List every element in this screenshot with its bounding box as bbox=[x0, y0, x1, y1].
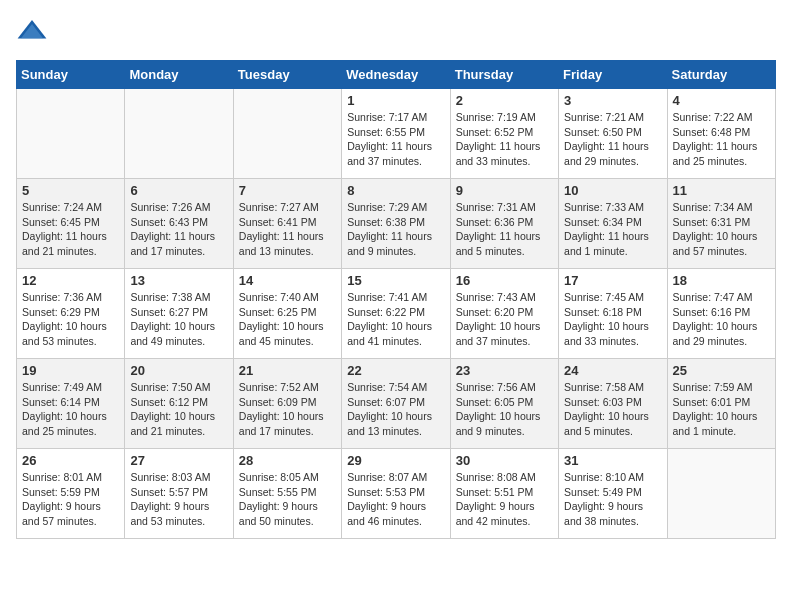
day-info: Sunrise: 7:36 AM Sunset: 6:29 PM Dayligh… bbox=[22, 290, 119, 349]
day-number: 26 bbox=[22, 453, 119, 468]
day-info: Sunrise: 7:45 AM Sunset: 6:18 PM Dayligh… bbox=[564, 290, 661, 349]
calendar-cell: 20Sunrise: 7:50 AM Sunset: 6:12 PM Dayli… bbox=[125, 359, 233, 449]
day-info: Sunrise: 7:50 AM Sunset: 6:12 PM Dayligh… bbox=[130, 380, 227, 439]
calendar-cell: 15Sunrise: 7:41 AM Sunset: 6:22 PM Dayli… bbox=[342, 269, 450, 359]
day-info: Sunrise: 7:24 AM Sunset: 6:45 PM Dayligh… bbox=[22, 200, 119, 259]
day-number: 6 bbox=[130, 183, 227, 198]
day-number: 10 bbox=[564, 183, 661, 198]
day-number: 21 bbox=[239, 363, 336, 378]
day-info: Sunrise: 8:03 AM Sunset: 5:57 PM Dayligh… bbox=[130, 470, 227, 529]
day-info: Sunrise: 7:38 AM Sunset: 6:27 PM Dayligh… bbox=[130, 290, 227, 349]
day-info: Sunrise: 7:40 AM Sunset: 6:25 PM Dayligh… bbox=[239, 290, 336, 349]
calendar-cell: 14Sunrise: 7:40 AM Sunset: 6:25 PM Dayli… bbox=[233, 269, 341, 359]
day-info: Sunrise: 7:22 AM Sunset: 6:48 PM Dayligh… bbox=[673, 110, 770, 169]
week-row-4: 19Sunrise: 7:49 AM Sunset: 6:14 PM Dayli… bbox=[17, 359, 776, 449]
calendar-cell: 29Sunrise: 8:07 AM Sunset: 5:53 PM Dayli… bbox=[342, 449, 450, 539]
calendar-cell: 4Sunrise: 7:22 AM Sunset: 6:48 PM Daylig… bbox=[667, 89, 775, 179]
day-number: 8 bbox=[347, 183, 444, 198]
day-number: 13 bbox=[130, 273, 227, 288]
weekday-header-saturday: Saturday bbox=[667, 61, 775, 89]
day-info: Sunrise: 7:27 AM Sunset: 6:41 PM Dayligh… bbox=[239, 200, 336, 259]
calendar-cell: 18Sunrise: 7:47 AM Sunset: 6:16 PM Dayli… bbox=[667, 269, 775, 359]
day-number: 27 bbox=[130, 453, 227, 468]
calendar-cell: 25Sunrise: 7:59 AM Sunset: 6:01 PM Dayli… bbox=[667, 359, 775, 449]
calendar-cell: 11Sunrise: 7:34 AM Sunset: 6:31 PM Dayli… bbox=[667, 179, 775, 269]
day-number: 7 bbox=[239, 183, 336, 198]
day-info: Sunrise: 7:49 AM Sunset: 6:14 PM Dayligh… bbox=[22, 380, 119, 439]
day-number: 25 bbox=[673, 363, 770, 378]
day-number: 15 bbox=[347, 273, 444, 288]
calendar-cell: 27Sunrise: 8:03 AM Sunset: 5:57 PM Dayli… bbox=[125, 449, 233, 539]
week-row-3: 12Sunrise: 7:36 AM Sunset: 6:29 PM Dayli… bbox=[17, 269, 776, 359]
calendar-cell: 26Sunrise: 8:01 AM Sunset: 5:59 PM Dayli… bbox=[17, 449, 125, 539]
day-number: 22 bbox=[347, 363, 444, 378]
weekday-header-thursday: Thursday bbox=[450, 61, 558, 89]
weekday-header-sunday: Sunday bbox=[17, 61, 125, 89]
day-info: Sunrise: 8:10 AM Sunset: 5:49 PM Dayligh… bbox=[564, 470, 661, 529]
calendar-cell: 28Sunrise: 8:05 AM Sunset: 5:55 PM Dayli… bbox=[233, 449, 341, 539]
calendar-header: SundayMondayTuesdayWednesdayThursdayFrid… bbox=[17, 61, 776, 89]
calendar-cell: 21Sunrise: 7:52 AM Sunset: 6:09 PM Dayli… bbox=[233, 359, 341, 449]
day-number: 29 bbox=[347, 453, 444, 468]
calendar-body: 1Sunrise: 7:17 AM Sunset: 6:55 PM Daylig… bbox=[17, 89, 776, 539]
day-number: 4 bbox=[673, 93, 770, 108]
calendar-cell: 19Sunrise: 7:49 AM Sunset: 6:14 PM Dayli… bbox=[17, 359, 125, 449]
day-number: 5 bbox=[22, 183, 119, 198]
day-info: Sunrise: 7:33 AM Sunset: 6:34 PM Dayligh… bbox=[564, 200, 661, 259]
logo bbox=[16, 16, 52, 48]
day-number: 9 bbox=[456, 183, 553, 198]
calendar-cell: 16Sunrise: 7:43 AM Sunset: 6:20 PM Dayli… bbox=[450, 269, 558, 359]
calendar-cell: 5Sunrise: 7:24 AM Sunset: 6:45 PM Daylig… bbox=[17, 179, 125, 269]
day-number: 2 bbox=[456, 93, 553, 108]
day-info: Sunrise: 7:34 AM Sunset: 6:31 PM Dayligh… bbox=[673, 200, 770, 259]
day-number: 19 bbox=[22, 363, 119, 378]
calendar-cell: 10Sunrise: 7:33 AM Sunset: 6:34 PM Dayli… bbox=[559, 179, 667, 269]
week-row-1: 1Sunrise: 7:17 AM Sunset: 6:55 PM Daylig… bbox=[17, 89, 776, 179]
weekday-header-tuesday: Tuesday bbox=[233, 61, 341, 89]
day-info: Sunrise: 7:21 AM Sunset: 6:50 PM Dayligh… bbox=[564, 110, 661, 169]
calendar-cell: 1Sunrise: 7:17 AM Sunset: 6:55 PM Daylig… bbox=[342, 89, 450, 179]
day-info: Sunrise: 7:29 AM Sunset: 6:38 PM Dayligh… bbox=[347, 200, 444, 259]
day-info: Sunrise: 7:19 AM Sunset: 6:52 PM Dayligh… bbox=[456, 110, 553, 169]
calendar-cell: 7Sunrise: 7:27 AM Sunset: 6:41 PM Daylig… bbox=[233, 179, 341, 269]
weekday-header-friday: Friday bbox=[559, 61, 667, 89]
calendar-cell: 2Sunrise: 7:19 AM Sunset: 6:52 PM Daylig… bbox=[450, 89, 558, 179]
day-info: Sunrise: 7:41 AM Sunset: 6:22 PM Dayligh… bbox=[347, 290, 444, 349]
day-number: 31 bbox=[564, 453, 661, 468]
day-number: 14 bbox=[239, 273, 336, 288]
calendar-cell: 9Sunrise: 7:31 AM Sunset: 6:36 PM Daylig… bbox=[450, 179, 558, 269]
calendar-cell: 8Sunrise: 7:29 AM Sunset: 6:38 PM Daylig… bbox=[342, 179, 450, 269]
day-info: Sunrise: 7:17 AM Sunset: 6:55 PM Dayligh… bbox=[347, 110, 444, 169]
day-number: 16 bbox=[456, 273, 553, 288]
day-info: Sunrise: 7:58 AM Sunset: 6:03 PM Dayligh… bbox=[564, 380, 661, 439]
day-info: Sunrise: 7:52 AM Sunset: 6:09 PM Dayligh… bbox=[239, 380, 336, 439]
calendar-cell: 24Sunrise: 7:58 AM Sunset: 6:03 PM Dayli… bbox=[559, 359, 667, 449]
day-info: Sunrise: 7:47 AM Sunset: 6:16 PM Dayligh… bbox=[673, 290, 770, 349]
day-info: Sunrise: 7:26 AM Sunset: 6:43 PM Dayligh… bbox=[130, 200, 227, 259]
day-number: 23 bbox=[456, 363, 553, 378]
day-info: Sunrise: 8:07 AM Sunset: 5:53 PM Dayligh… bbox=[347, 470, 444, 529]
page-header bbox=[16, 16, 776, 48]
logo-icon bbox=[16, 16, 48, 48]
calendar-cell bbox=[125, 89, 233, 179]
weekday-header-wednesday: Wednesday bbox=[342, 61, 450, 89]
day-number: 11 bbox=[673, 183, 770, 198]
day-info: Sunrise: 7:59 AM Sunset: 6:01 PM Dayligh… bbox=[673, 380, 770, 439]
calendar-cell: 17Sunrise: 7:45 AM Sunset: 6:18 PM Dayli… bbox=[559, 269, 667, 359]
day-number: 20 bbox=[130, 363, 227, 378]
calendar-cell: 12Sunrise: 7:36 AM Sunset: 6:29 PM Dayli… bbox=[17, 269, 125, 359]
calendar-cell bbox=[17, 89, 125, 179]
calendar-cell: 30Sunrise: 8:08 AM Sunset: 5:51 PM Dayli… bbox=[450, 449, 558, 539]
day-info: Sunrise: 7:31 AM Sunset: 6:36 PM Dayligh… bbox=[456, 200, 553, 259]
weekday-header-row: SundayMondayTuesdayWednesdayThursdayFrid… bbox=[17, 61, 776, 89]
calendar-cell: 22Sunrise: 7:54 AM Sunset: 6:07 PM Dayli… bbox=[342, 359, 450, 449]
week-row-5: 26Sunrise: 8:01 AM Sunset: 5:59 PM Dayli… bbox=[17, 449, 776, 539]
day-number: 30 bbox=[456, 453, 553, 468]
day-number: 24 bbox=[564, 363, 661, 378]
day-number: 12 bbox=[22, 273, 119, 288]
weekday-header-monday: Monday bbox=[125, 61, 233, 89]
calendar-cell bbox=[233, 89, 341, 179]
day-number: 18 bbox=[673, 273, 770, 288]
calendar-cell bbox=[667, 449, 775, 539]
calendar-cell: 13Sunrise: 7:38 AM Sunset: 6:27 PM Dayli… bbox=[125, 269, 233, 359]
